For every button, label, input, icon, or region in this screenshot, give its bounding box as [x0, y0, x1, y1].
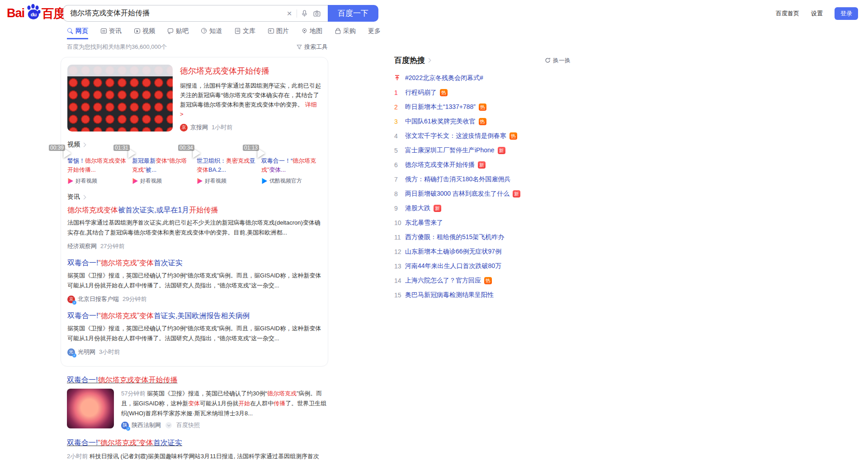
hot-item-link[interactable]: 德尔塔克戎变体开始传播 — [405, 161, 475, 169]
result-body-row: 57分钟前 据英国《卫报》报道，英国已经确认了约30例“德尔塔克戎”病例。而且，… — [67, 389, 328, 429]
hot-item-link[interactable]: 富士康深圳工厂暂停生产iPhone — [405, 146, 495, 155]
tab-label: 文库 — [243, 27, 255, 35]
snapshot-link[interactable]: 百度快照 — [176, 421, 200, 429]
header: Baidu百度 × 百度一下 百度首页 设置 登录 — [0, 0, 868, 25]
source-time: 1小时前 — [212, 123, 232, 132]
hot-item-link[interactable]: 西方傻眼：租给俄的515架飞机咋办 — [405, 233, 504, 241]
news-title-link[interactable]: 双毒合一!“德尔塔克戎”变体首次证实 — [67, 258, 321, 268]
hot-item: 15 奥巴马新冠病毒检测结果呈阳性 — [394, 288, 571, 302]
videos-header-label: 视频 — [67, 141, 80, 149]
tab-icon — [268, 28, 274, 34]
svg-text:du: du — [31, 11, 37, 17]
source-logo: 京 — [180, 124, 188, 132]
search-tools-label: 搜索工具 — [304, 43, 328, 51]
news-source-row: 京 北京日报客户端 29分钟前 — [67, 295, 321, 303]
hot-item-link[interactable]: #2022北京冬残奥会闭幕式# — [405, 74, 483, 82]
hot-badge: 热 — [484, 277, 492, 284]
hot-item-link[interactable]: 中国队61枚奖牌完美收官 — [405, 118, 476, 126]
hot-item-link[interactable]: 港股大跌 — [405, 204, 430, 212]
hot-item-link[interactable]: 张文宏千字长文：这波疫情是倒春寒 — [405, 132, 506, 140]
featured-source-row: 京 京报网 1小时前 — [180, 123, 321, 132]
search-tab[interactable]: 文库 — [234, 27, 255, 39]
refresh-icon — [545, 57, 551, 63]
microphone-icon[interactable] — [298, 8, 311, 19]
hot-item: 3 中国队61枚奖牌完美收官 热 — [394, 114, 571, 129]
hot-item-link[interactable]: 行程码崩了 — [405, 89, 437, 97]
featured-desc-text: 据报道，法国科学家通过基因组测序证实，此前已引起关注的新冠病毒“德尔塔克戎”变体… — [180, 82, 321, 108]
hot-rank: 2 — [394, 103, 405, 111]
result-title-link[interactable]: 双毒合一!“德尔塔克戎”变体首次证实 — [67, 438, 328, 448]
search-tab[interactable]: 图片 — [268, 27, 289, 39]
hot-badge: 新 — [498, 147, 505, 154]
search-tab[interactable]: 采购 — [335, 27, 356, 39]
source-name: 陕西法制网 — [132, 421, 161, 429]
results-count: 百度为您找到相关结果约36,600,000个 — [67, 43, 167, 51]
baidu-logo[interactable]: Baidu百度 — [7, 4, 65, 23]
hot-rank: 9 — [394, 205, 405, 212]
tab-label: 视频 — [142, 27, 155, 35]
news-title-link[interactable]: 德尔塔克戎变体被首次证实,或早在1月开始传播 — [67, 206, 321, 215]
news-title-link[interactable]: 双毒合一!“德尔塔克戎”变体首证实,美国欧洲报告相关病例 — [67, 311, 321, 321]
hot-item-link[interactable]: 山东新增本土确诊66例无症状97例 — [405, 248, 501, 256]
source-name: 光明网 — [78, 348, 95, 356]
source-time: 27分钟前 — [100, 242, 124, 250]
hot-item: 11 西方傻眼：租给俄的515架飞机咋办 — [394, 230, 571, 244]
clear-icon[interactable]: × — [283, 8, 296, 19]
baidu-home-link[interactable]: 百度首页 — [776, 9, 799, 18]
settings-link[interactable]: 设置 — [811, 9, 823, 18]
hot-item-link[interactable]: 奥巴马新冠病毒检测结果呈阳性 — [405, 291, 494, 299]
video-card: 00:39 警惕！德尔塔克戎变体开始传播... 好看视频 — [67, 153, 127, 185]
video-title-link[interactable]: 新冠最新变体“德尔塔克戎”被... — [132, 156, 191, 174]
hot-item-link[interactable]: 两日新增破3000 吉林到底发生了什么 — [405, 190, 509, 198]
paw-icon: du — [25, 4, 41, 23]
search-submit-button[interactable]: 百度一下 — [328, 5, 378, 22]
video-source-name: 好看视频 — [205, 177, 226, 185]
search-tab[interactable]: 地图 — [301, 27, 322, 39]
search-tools-button[interactable]: 搜索工具 — [297, 43, 328, 51]
chevron-down-icon[interactable] — [165, 422, 172, 428]
hot-item: 14 上海六院怎么了？官方回应 热 — [394, 273, 571, 288]
hot-item-link[interactable]: 昨日新增本土“1337+788” — [405, 103, 476, 111]
tab-label: 知道 — [209, 27, 222, 35]
video-title-link[interactable]: 双毒合一！“德尔塔克戎”变体... — [261, 156, 321, 174]
search-input[interactable] — [70, 9, 283, 18]
news-item: 双毒合一!“德尔塔克戎”变体首次证实 据英国《卫报》报道，英国已经确认了约30例… — [67, 258, 321, 303]
chevron-right-icon — [427, 58, 431, 63]
result-thumbnail[interactable] — [67, 389, 114, 428]
video-source: 优酷视频官方 — [261, 177, 321, 185]
featured-image[interactable] — [67, 65, 173, 132]
refresh-button[interactable]: 换一换 — [545, 56, 571, 65]
hot-rank: 1 — [394, 89, 405, 96]
hot-search-title-link[interactable]: 百度热搜 — [394, 55, 430, 66]
tab-label: 网页 — [75, 27, 88, 35]
hot-item-link[interactable]: 东北暴雪来了 — [405, 219, 443, 227]
search-tab[interactable]: 资讯 — [100, 27, 122, 39]
camera-icon[interactable] — [311, 8, 323, 19]
results-column: 德尔塔克戎变体开始传播 据报道，法国科学家通过基因组测序证实，此前已引起关注的新… — [67, 53, 328, 461]
tab-label: 图片 — [276, 27, 289, 35]
hot-item-link[interactable]: 上海六院怎么了？官方回应 — [405, 277, 481, 285]
videos-section-header[interactable]: 视频 — [67, 141, 321, 149]
video-title-link[interactable]: 世卫组织：奥密克戎亚变体BA.2... — [197, 156, 256, 174]
hot-item-link[interactable]: 河南44年来出生人口首次跌破80万 — [405, 262, 501, 270]
result-title-link[interactable]: 双毒合一!德尔塔克戎变体开始传播 — [67, 376, 328, 385]
result-body-col: 57分钟前 据英国《卫报》报道，英国已经确认了约30例“德尔塔克戎”病例。而且，… — [121, 389, 328, 429]
search-tab[interactable]: 网页 — [67, 27, 88, 39]
search-tab[interactable]: 贴吧 — [167, 27, 189, 39]
search-tab[interactable]: 更多 — [368, 27, 381, 39]
featured-title-link[interactable]: 德尔塔克戎变体开始传播 — [180, 66, 321, 76]
hot-item-link[interactable]: 俄方：精确打击消灭180名外国雇佣兵 — [405, 175, 510, 183]
search-tab[interactable]: 视频 — [134, 27, 155, 39]
search-tab[interactable]: 知道 — [201, 27, 222, 39]
hot-rank: 11 — [394, 234, 405, 241]
video-source-icon — [197, 178, 203, 184]
featured-card: 德尔塔克戎变体开始传播 据报道，法国科学家通过基因组测序证实，此前已引起关注的新… — [61, 57, 328, 367]
news-section-header[interactable]: 资讯 — [67, 193, 321, 201]
hot-search-title: 百度热搜 — [394, 55, 425, 66]
hot-rank: 10 — [394, 219, 405, 226]
tab-label: 贴吧 — [176, 27, 189, 35]
tab-label: 采购 — [343, 27, 356, 35]
video-title-link[interactable]: 警惕！德尔塔克戎变体开始传播... — [67, 156, 127, 174]
source-logo: 陕 — [121, 422, 129, 429]
login-button[interactable]: 登录 — [835, 7, 858, 20]
